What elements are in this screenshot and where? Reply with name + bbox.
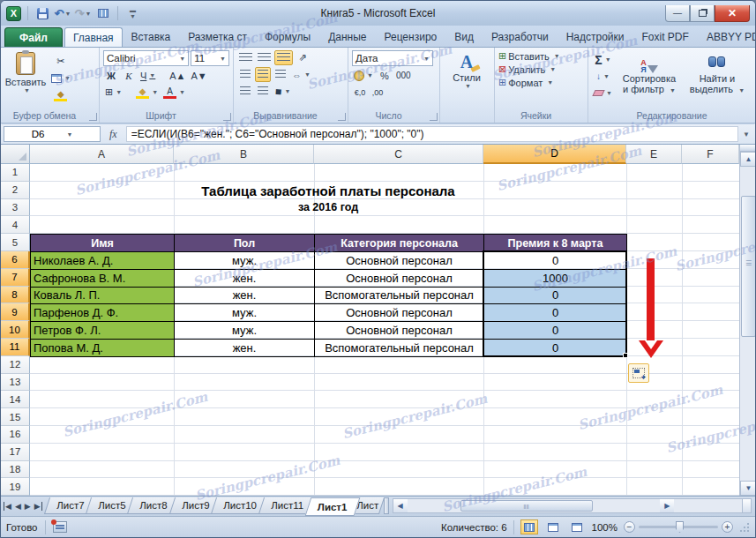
cell-category[interactable]: Основной персонал: [315, 269, 484, 287]
table-row[interactable]: Сафронова В. М.жен.Основной персонал1000: [31, 269, 627, 287]
cell-gender[interactable]: муж.: [175, 322, 315, 340]
tab-split-handle[interactable]: [384, 497, 389, 514]
tab-Данные[interactable]: Данные: [319, 27, 375, 47]
column-header-F[interactable]: F: [682, 145, 739, 164]
chevron-down-icon[interactable]: ▼: [64, 11, 71, 17]
macro-record-icon[interactable]: [53, 521, 67, 533]
name-box[interactable]: D6 ▼: [4, 126, 101, 142]
row-header-11[interactable]: 11: [1, 339, 30, 356]
horizontal-scrollbar[interactable]: ◀ ‖‖ ▶: [393, 498, 752, 513]
underline-button[interactable]: Ч▼: [138, 68, 157, 83]
customize-qat-button[interactable]: ▬▼: [124, 5, 140, 21]
row-header-1[interactable]: 1: [1, 164, 30, 182]
formula-input[interactable]: =ЕСЛИ(И(В6="жен."; С6="Основной персонал…: [126, 126, 738, 142]
expand-formula-bar-icon[interactable]: ▼: [740, 131, 752, 138]
font-name-combo[interactable]: Calibri▼: [103, 50, 189, 66]
paste-button[interactable]: Вставить ▼: [4, 50, 47, 108]
row-header-3[interactable]: 3: [1, 199, 30, 217]
cell-name[interactable]: Попова М. Д.: [31, 339, 175, 356]
cell-gender[interactable]: муж.: [175, 251, 315, 269]
cell-name[interactable]: Петров Ф. Л.: [31, 322, 175, 340]
chevron-down-icon[interactable]: ▼: [85, 11, 91, 17]
zoom-slider[interactable]: − +: [624, 521, 733, 533]
sheet-tab-Лист1[interactable]: Лист1: [305, 497, 360, 516]
cell-gender[interactable]: муж.: [175, 304, 315, 322]
zoom-level[interactable]: 100%: [592, 522, 618, 533]
number-format-combo[interactable]: Дата▼: [352, 50, 433, 66]
align-left-button[interactable]: [237, 67, 253, 82]
row-header-13[interactable]: 13: [1, 374, 30, 392]
scrollbar-thumb[interactable]: [741, 196, 756, 337]
last-sheet-button[interactable]: ▶: [34, 502, 42, 511]
italic-button[interactable]: К: [121, 68, 137, 83]
align-center-button[interactable]: [255, 67, 271, 82]
cell-bonus[interactable]: 1000: [484, 269, 627, 287]
fill-handle[interactable]: [623, 353, 628, 358]
page-break-view-button[interactable]: [568, 519, 586, 534]
accounting-format-button[interactable]: ▼: [352, 68, 375, 83]
find-select-button[interactable]: Найти и выделить ▼: [685, 50, 750, 108]
redo-button[interactable]: ↷▼: [75, 5, 91, 21]
borders-button[interactable]: ⊞▼: [103, 85, 124, 100]
save-button[interactable]: [34, 5, 50, 21]
row-header-8[interactable]: 8: [1, 287, 30, 304]
row-header-10[interactable]: 10: [1, 321, 30, 339]
decrease-indent-button[interactable]: [237, 84, 253, 99]
tab-Разработчи[interactable]: Разработчи: [483, 27, 558, 47]
increase-font-button[interactable]: А▲: [168, 68, 187, 83]
autofill-options-button[interactable]: [628, 363, 649, 383]
row-header-5[interactable]: 5: [1, 234, 30, 251]
split-handle[interactable]: [740, 145, 756, 152]
restore-button[interactable]: [690, 5, 715, 22]
column-header-C[interactable]: C: [314, 145, 483, 164]
column-header-D[interactable]: D: [483, 145, 626, 164]
tab-Главная[interactable]: Главная: [64, 27, 123, 47]
align-right-button[interactable]: [273, 67, 288, 82]
fill-color-button[interactable]: ◆▼: [134, 85, 160, 100]
row-header-19[interactable]: 19: [1, 478, 30, 496]
increase-decimal-button[interactable]: €,0: [352, 85, 368, 100]
row-header-6[interactable]: 6: [1, 251, 30, 269]
tab-file[interactable]: Файл: [4, 27, 63, 47]
row-header-4[interactable]: 4: [1, 216, 30, 234]
column-header-E[interactable]: E: [626, 145, 682, 164]
cell-bonus[interactable]: 0: [484, 287, 627, 304]
next-sheet-button[interactable]: ▶: [25, 502, 31, 511]
dialog-launcher-icon[interactable]: [89, 113, 97, 121]
row-header-9[interactable]: 9: [1, 303, 30, 321]
percent-style-button[interactable]: %: [377, 68, 393, 83]
dialog-launcher-icon[interactable]: [430, 113, 438, 121]
orientation-button[interactable]: ⇗: [295, 50, 311, 65]
align-bottom-button[interactable]: [274, 50, 293, 65]
cell-category[interactable]: Основной персонал: [315, 251, 484, 269]
table-tool-button[interactable]: [95, 5, 111, 21]
page-layout-view-button[interactable]: [544, 519, 562, 534]
tab-Формулы[interactable]: Формулы: [256, 27, 319, 47]
tab-Рецензиро[interactable]: Рецензиро: [375, 27, 445, 47]
undo-button[interactable]: ↶▼: [55, 5, 71, 21]
format-cells-button[interactable]: ⊞Формат▼: [498, 77, 584, 88]
cell-name[interactable]: Парфенов Д. Ф.: [31, 304, 175, 322]
table-header-Премия к 8 марта[interactable]: Премия к 8 марта: [484, 235, 627, 252]
cell-gender[interactable]: жен.: [175, 339, 315, 356]
clear-button[interactable]: ▼: [592, 86, 614, 101]
table-row[interactable]: Петров Ф. Л.муж.Основной персонал0: [31, 322, 627, 340]
normal-view-button[interactable]: [520, 519, 538, 534]
decrease-decimal-button[interactable]: ,00: [370, 85, 385, 100]
tab-Foxit PDF[interactable]: Foxit PDF: [633, 27, 698, 47]
format-painter-button[interactable]: ◆: [49, 87, 72, 102]
scrollbar-thumb[interactable]: ‖‖: [460, 500, 593, 512]
scroll-up-button[interactable]: ▲: [740, 152, 756, 167]
sort-filter-button[interactable]: АЯ Сортировка и фильтр ▼: [617, 50, 682, 108]
comma-style-button[interactable]: 000: [394, 68, 413, 83]
table-row[interactable]: Парфенов Д. Ф.муж.Основной персонал0: [31, 304, 627, 322]
minimize-button[interactable]: —: [665, 5, 690, 22]
cell-gender[interactable]: жен.: [175, 269, 315, 287]
autosum-button[interactable]: Σ▼: [592, 52, 614, 67]
zoom-in-button[interactable]: +: [722, 521, 733, 533]
fill-button[interactable]: ↓▼: [592, 69, 614, 84]
zoom-thumb[interactable]: [676, 521, 684, 533]
tab-Вид[interactable]: Вид: [445, 27, 483, 47]
font-color-button[interactable]: А▼: [161, 85, 187, 100]
row-header-16[interactable]: 16: [1, 426, 30, 444]
